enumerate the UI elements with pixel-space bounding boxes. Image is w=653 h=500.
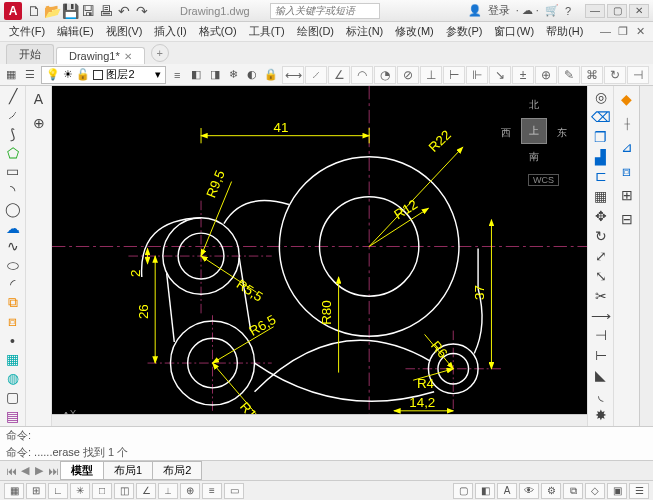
extend-icon[interactable]: ⟶ (590, 307, 612, 325)
v-scrollbar[interactable] (639, 86, 653, 426)
new-icon[interactable]: 🗋 (26, 3, 42, 19)
dim-edit-icon[interactable]: ✎ (558, 66, 580, 84)
array-icon[interactable]: ▦ (590, 187, 612, 205)
login-link[interactable]: 登录 (488, 3, 510, 18)
layer-off-icon[interactable]: ◐ (245, 66, 260, 84)
help-search-input[interactable] (270, 3, 380, 19)
undo-icon[interactable]: ↶ (116, 3, 132, 19)
tab-drawing1[interactable]: Drawing1*✕ (56, 47, 145, 64)
tool2-b-icon[interactable]: ⟊ (616, 112, 638, 134)
menu-dimension[interactable]: 标注(N) (341, 23, 388, 40)
doc-restore-button[interactable]: ❐ (613, 24, 631, 39)
redo-icon[interactable]: ↷ (134, 3, 150, 19)
tab-nav-prev[interactable]: ◀ (18, 464, 32, 477)
status-hw-icon[interactable]: ⧉ (563, 483, 583, 499)
dim-diameter-icon[interactable]: ⊘ (397, 66, 419, 84)
region-icon[interactable]: ▢ (2, 389, 24, 406)
menu-insert[interactable]: 插入(I) (149, 23, 191, 40)
mirror-icon[interactable]: ▟ (590, 148, 612, 166)
stretch-icon[interactable]: ⤡ (590, 267, 612, 285)
tab-layout2[interactable]: 布局2 (152, 461, 202, 480)
rotate-icon[interactable]: ↻ (590, 227, 612, 245)
maximize-button[interactable]: ▢ (607, 4, 627, 18)
layer-lock-icon[interactable]: 🔒 (263, 66, 278, 84)
layer-prev-icon[interactable]: ◧ (188, 66, 203, 84)
close-button[interactable]: ✕ (629, 4, 649, 18)
menu-param[interactable]: 参数(P) (441, 23, 488, 40)
block-insert-icon[interactable]: ⧉ (2, 294, 24, 311)
status-lwt-icon[interactable]: ≡ (202, 483, 222, 499)
status-otrack-icon[interactable]: ∠ (136, 483, 156, 499)
tool2-e-icon[interactable]: ⊞ (616, 184, 638, 206)
save-icon[interactable]: 💾 (62, 3, 78, 19)
polygon-icon[interactable]: ⬠ (2, 144, 24, 161)
layer-props-icon[interactable]: ▦ (4, 66, 19, 84)
join-icon[interactable]: ⊢ (590, 346, 612, 364)
dim-update-icon[interactable]: ↻ (604, 66, 626, 84)
menu-view[interactable]: 视图(V) (101, 23, 148, 40)
dim-radius-icon[interactable]: ◔ (374, 66, 396, 84)
dim-baseline-icon[interactable]: ⊩ (466, 66, 488, 84)
circle-icon[interactable]: ◯ (2, 200, 24, 217)
tool2-d-icon[interactable]: ⧈ (616, 160, 638, 182)
menu-tools[interactable]: 工具(T) (244, 23, 290, 40)
status-iso-icon[interactable]: ◇ (585, 483, 605, 499)
move-icon[interactable]: ✥ (590, 207, 612, 225)
break-icon[interactable]: ⊣ (590, 327, 612, 345)
tool2-a-icon[interactable]: ◆ (616, 88, 638, 110)
cart-icon[interactable]: 🛒 (545, 4, 559, 17)
explode-icon[interactable]: ✸ (590, 406, 612, 424)
doc-minimize-button[interactable]: — (595, 24, 613, 39)
copy-icon[interactable]: ❐ (590, 128, 612, 146)
menu-file[interactable]: 文件(F) (4, 23, 50, 40)
tab-nav-last[interactable]: ⏭ (46, 465, 60, 477)
menu-format[interactable]: 格式(O) (194, 23, 242, 40)
status-custom-icon[interactable]: ☰ (629, 483, 649, 499)
new-tab-button[interactable]: + (151, 44, 169, 62)
arc-icon[interactable]: ◝ (2, 182, 24, 199)
layer-dropdown[interactable]: 💡 ☀ 🔓 图层2 ▾ (41, 66, 165, 84)
chamfer-icon[interactable]: ◣ (590, 366, 612, 384)
status-annoscale-icon[interactable]: A (497, 483, 517, 499)
erase-icon[interactable]: ⌫ (590, 108, 612, 126)
layer-match-icon[interactable]: ≡ (170, 66, 185, 84)
dim-continue-icon[interactable]: ⊢ (443, 66, 465, 84)
status-tpy-icon[interactable]: ▭ (224, 483, 244, 499)
revcloud-icon[interactable]: ☁ (2, 219, 24, 236)
scale-icon[interactable]: ⤢ (590, 247, 612, 265)
tab-layout1[interactable]: 布局1 (103, 461, 153, 480)
mtext-icon[interactable]: A (28, 88, 50, 110)
fillet-icon[interactable]: ◟ (590, 386, 612, 404)
help-icon[interactable]: ? (565, 5, 571, 17)
line-icon[interactable]: ╱ (2, 88, 24, 105)
trim-icon[interactable]: ✂ (590, 287, 612, 305)
status-ortho-icon[interactable]: ∟ (48, 483, 68, 499)
menu-edit[interactable]: 编辑(E) (52, 23, 99, 40)
tab-start[interactable]: 开始 (6, 44, 54, 64)
block-create-icon[interactable]: ⧈ (2, 313, 24, 330)
status-dyn-icon[interactable]: ⊕ (180, 483, 200, 499)
polyline-icon[interactable]: ⟆ (2, 125, 24, 142)
status-qp-icon[interactable]: ◧ (475, 483, 495, 499)
addselected-icon[interactable]: ⊕ (28, 112, 50, 134)
dim-leader-icon[interactable]: ↘ (489, 66, 511, 84)
status-ducs-icon[interactable]: ⟂ (158, 483, 178, 499)
dim-break-icon[interactable]: ⊣ (627, 66, 649, 84)
layer-freeze-icon[interactable]: ❄ (226, 66, 241, 84)
menu-draw[interactable]: 绘图(D) (292, 23, 339, 40)
menu-window[interactable]: 窗口(W) (489, 23, 539, 40)
dim-ordinate-icon[interactable]: ⊥ (420, 66, 442, 84)
tab-nav-first[interactable]: ⏮ (4, 465, 18, 477)
view-cube[interactable]: 上 北 南 东 西 (499, 96, 569, 166)
status-annovis-icon[interactable]: 👁 (519, 483, 539, 499)
layer-iso-icon[interactable]: ◨ (207, 66, 222, 84)
user-icon[interactable]: 👤 (468, 4, 482, 17)
ellipse-icon[interactable]: ⬭ (2, 257, 24, 274)
dim-tolerance-icon[interactable]: ± (512, 66, 534, 84)
minimize-button[interactable]: — (585, 4, 605, 18)
tab-nav-next[interactable]: ▶ (32, 464, 46, 477)
h-scrollbar[interactable] (52, 414, 587, 426)
viewcube-top[interactable]: 上 (521, 118, 547, 144)
gradient-icon[interactable]: ◍ (2, 370, 24, 387)
dim-arc-icon[interactable]: ◠ (351, 66, 373, 84)
